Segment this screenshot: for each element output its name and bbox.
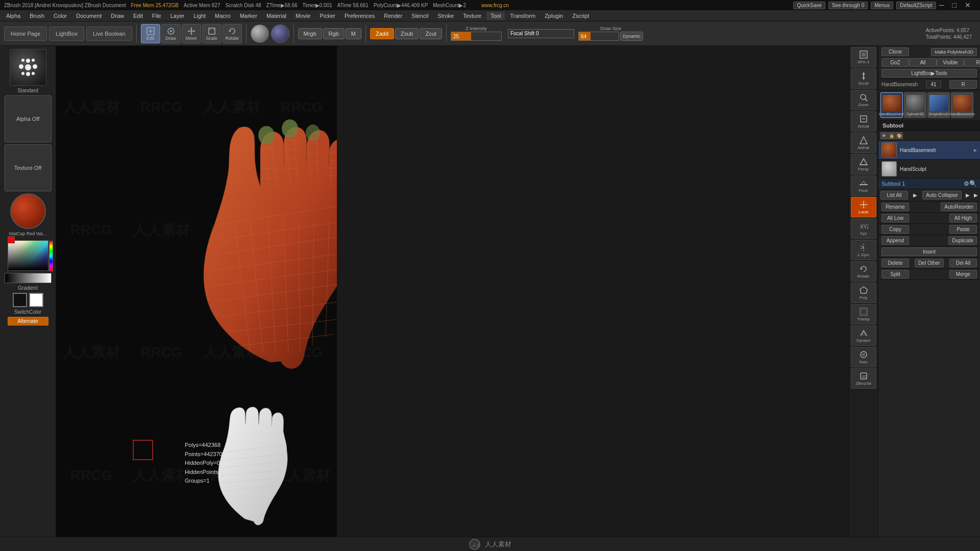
menu-tool[interactable]: Tool (486, 12, 505, 20)
menu-transform[interactable]: Transform (506, 12, 540, 20)
subtool-color-icon[interactable]: 🎨 (896, 132, 903, 139)
strip-actual-btn[interactable]: Actual (851, 111, 876, 132)
append-btn[interactable]: Append (881, 236, 909, 245)
menu-layer[interactable]: Layer (166, 12, 189, 20)
all-btn[interactable]: All (909, 58, 937, 67)
strip-solo-btn[interactable]: Solo (851, 347, 876, 367)
clone-btn[interactable]: Clone (881, 47, 909, 56)
brush-sphere-preview[interactable] (271, 24, 289, 43)
sphere-preview[interactable] (251, 24, 269, 43)
merge-btn[interactable]: Merge (949, 270, 977, 279)
m-btn[interactable]: M (346, 28, 361, 39)
all-high-btn[interactable]: All High (949, 214, 977, 222)
subtool-item-2[interactable]: HandSculpt (878, 160, 980, 179)
scale-tool-btn[interactable]: Scale (202, 24, 222, 43)
rotate-tool-btn[interactable]: Rotate (223, 24, 242, 43)
visible-btn[interactable]: Visible (937, 58, 964, 67)
menu-zscript[interactable]: Zscript (568, 12, 593, 20)
strip-poly-btn[interactable]: Poly (851, 283, 876, 303)
strip-scroll-btn[interactable]: Scroll (851, 68, 876, 89)
del-all-btn[interactable]: Del All (949, 259, 977, 267)
strip-aahat-btn[interactable]: AAHat (851, 133, 876, 153)
color-hue[interactable] (49, 241, 53, 271)
menu-movie[interactable]: Movie (291, 12, 314, 20)
list-all-btn[interactable]: List All (880, 191, 908, 199)
menu-file[interactable]: File (148, 12, 165, 20)
all-low-btn[interactable]: All Low (881, 214, 909, 222)
hand-r-btn[interactable]: R (949, 80, 977, 89)
menu-document[interactable]: Document (72, 12, 106, 20)
minimize-btn[interactable]: ─ (939, 1, 944, 9)
focal-shift-slider[interactable]: Focal Shift 0 (508, 29, 574, 38)
strip-transp-btn[interactable]: Transp (851, 304, 876, 324)
see-through-btn[interactable]: See-through 0 (828, 2, 868, 9)
tool-thumb-simplebrush[interactable]: SimpleBrush (927, 92, 950, 118)
menu-draw[interactable]: Draw (107, 12, 128, 20)
menu-texture[interactable]: Texture (459, 12, 485, 20)
menu-alpha[interactable]: Alpha (2, 12, 24, 20)
autoreorder-btn[interactable]: AutoReorder (941, 203, 977, 211)
tool-thumb-handbasemesh2[interactable]: HandBasemesh (951, 92, 973, 118)
rename-btn[interactable]: Rename (881, 203, 909, 211)
menu-color[interactable]: Color (50, 12, 71, 20)
menu-edit[interactable]: Edit (129, 12, 147, 20)
brush-preview[interactable] (10, 49, 46, 86)
strip-lsym-btn[interactable]: L.Sym (851, 240, 876, 260)
texture-off-box[interactable]: Texture Off (5, 144, 52, 191)
menu-render[interactable]: Render (380, 12, 406, 20)
copy-subtool-btn[interactable]: Copy (881, 225, 909, 234)
del-other-btn[interactable]: Del Other (915, 259, 944, 267)
strip-local-btn[interactable]: Local (851, 197, 876, 217)
tool-thumb-cylinder[interactable]: Cylinder3D (904, 92, 926, 118)
menu-preferences[interactable]: Preferences (340, 12, 379, 20)
strip-rotate-btn[interactable]: Rotate (851, 261, 876, 282)
subtool-lock-icon[interactable]: 🔒 (888, 132, 895, 139)
paste-subtool-btn[interactable]: Paste (949, 225, 977, 234)
zsub-btn[interactable]: Zsub (395, 28, 419, 39)
subtool-arrow-icon[interactable]: ▶ (974, 148, 977, 153)
auto-collapse-btn[interactable]: Auto Collapse (922, 191, 961, 199)
lightbox-tab[interactable]: LightBox (49, 27, 84, 41)
menu-brush[interactable]: Brush (26, 12, 48, 20)
quick-save-btn[interactable]: QuickSave (793, 2, 825, 9)
dynamic-btn[interactable]: Dynamic (620, 32, 643, 41)
subtool-search-icon[interactable]: 🔍 (969, 180, 977, 187)
strip-spix-btn[interactable]: SPix 3 (851, 47, 876, 67)
strip-zoom-btn[interactable]: Zoom (851, 90, 876, 110)
draw-tool-btn[interactable]: Draw (161, 24, 181, 43)
close-btn[interactable]: ✕ (965, 1, 971, 9)
move-tool-btn[interactable]: Move (182, 24, 201, 43)
menu-stroke[interactable]: Stroke (433, 12, 458, 20)
menu-material[interactable]: Material (262, 12, 290, 20)
lightbox-tools-btn[interactable]: LightBox▶Tools (881, 69, 977, 78)
strip-dynamic-btn[interactable]: Dynami (851, 325, 876, 346)
home-page-tab[interactable]: Home Page (4, 27, 47, 41)
r-btn[interactable]: R (964, 58, 980, 67)
alternate-btn[interactable]: Alternate (8, 317, 48, 325)
edit-tool-btn[interactable]: Edit (141, 24, 160, 43)
strip-xyz-btn[interactable]: XYZ Xyz (851, 218, 876, 239)
strip-floor-btn[interactable]: Floor (851, 176, 876, 196)
zadd-btn[interactable]: Zadd (370, 28, 394, 39)
strip-zbrush3d-btn[interactable]: 3D ZBruz3d (851, 368, 876, 389)
goz-btn[interactable]: GoZ (881, 58, 909, 67)
delete-btn[interactable]: Delete (881, 259, 909, 267)
menu-picker[interactable]: Picker (315, 12, 339, 20)
menu-zplugin[interactable]: Zplugin (541, 12, 567, 20)
tool-thumb-handbasemesh[interactable]: HandBasemesh (880, 92, 903, 118)
color-picker[interactable] (8, 240, 48, 271)
live-boolean-tab[interactable]: Live Boolean (86, 27, 132, 41)
insert-btn[interactable]: Insert (881, 247, 977, 256)
gradient-box[interactable] (5, 273, 52, 283)
mrgb-btn[interactable]: Mrgb (298, 28, 322, 39)
rgb-btn[interactable]: Rgb (323, 28, 345, 39)
subtool-item-1[interactable]: HandBasemesh ▶ (878, 141, 980, 160)
split-btn[interactable]: Split (881, 270, 909, 279)
maximize-btn[interactable]: □ (952, 1, 957, 9)
menus-btn[interactable]: Menus (871, 2, 893, 9)
menu-stencil[interactable]: Stencil (407, 12, 432, 20)
make-polymesh-btn[interactable]: Make PolyMesh3D (931, 48, 977, 56)
strip-persp-btn[interactable]: Persp (851, 154, 876, 174)
material-preview[interactable] (10, 193, 46, 229)
subtool-eye-icon[interactable]: 👁 (880, 132, 888, 139)
